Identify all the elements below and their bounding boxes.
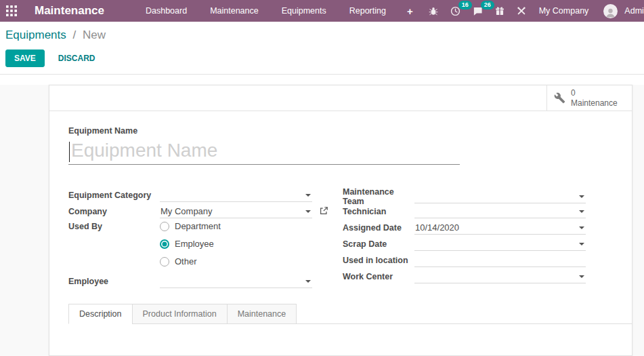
breadcrumb-separator: / — [73, 28, 77, 41]
radio-circle-icon[interactable] — [160, 257, 169, 266]
equipment-category-label: Equipment Category — [68, 191, 160, 200]
text-cursor — [69, 142, 70, 162]
chevron-down-icon[interactable] — [579, 226, 584, 229]
apps-menu-icon[interactable] — [6, 4, 17, 18]
chevron-down-icon[interactable] — [579, 195, 584, 198]
equipment-name-label: Equipment Name — [68, 126, 632, 136]
assigned-date-label: Assigned Date — [343, 223, 414, 233]
employee-field[interactable] — [160, 275, 312, 288]
discard-button[interactable]: DISCARD — [53, 50, 101, 66]
radio-circle-icon[interactable] — [160, 222, 169, 231]
nav-item-equipments[interactable]: Equipments — [270, 6, 338, 16]
chevron-down-icon[interactable] — [579, 210, 584, 213]
breadcrumb-parent[interactable]: Equipments — [5, 28, 66, 41]
chevron-down-icon[interactable] — [305, 194, 311, 197]
equipment-name-input[interactable] — [68, 138, 460, 165]
company-switcher[interactable]: My Company — [532, 6, 596, 16]
notebook-tabs: Description Product Information Maintena… — [68, 304, 632, 324]
messages-button[interactable]: 26 — [467, 6, 489, 16]
wrench-icon — [554, 92, 565, 104]
activities-button[interactable]: 16 — [444, 6, 467, 16]
breadcrumb-current: New — [83, 28, 106, 41]
nav-item-reporting[interactable]: Reporting — [338, 6, 398, 16]
field-grid: Equipment Category Company My Company — [68, 187, 632, 290]
tab-maintenance[interactable]: Maintenance — [227, 304, 297, 324]
radio-other[interactable]: Other — [160, 256, 312, 267]
user-menu[interactable]: Administrator — [618, 6, 644, 16]
field-row-company: Company My Company — [68, 203, 312, 220]
maintenance-team-field[interactable] — [414, 190, 586, 203]
maintenance-stat-button[interactable]: 0 Maintenance — [546, 85, 632, 111]
equipment-category-field[interactable] — [160, 189, 312, 202]
control-panel-buttons: SAVE DISCARD — [5, 50, 639, 67]
systray: 16 26 My Company — [423, 4, 644, 18]
scrap-date-label: Scrap Date — [343, 239, 414, 249]
app-brand[interactable]: Maintenance — [35, 4, 104, 18]
used-by-radio-group: Department Employee Other — [160, 220, 312, 267]
person-icon — [605, 7, 616, 18]
field-row-used-by: Used By Department Employee — [68, 220, 312, 267]
radio-department[interactable]: Department — [160, 220, 312, 232]
field-row-maintenance-team: Maintenance Team — [343, 187, 586, 203]
field-row-employee: Employee — [68, 273, 312, 290]
form-sheet: 0 Maintenance Equipment Name Equipment C… — [49, 85, 632, 356]
field-row-equipment-category: Equipment Category — [68, 187, 312, 203]
content-area: 0 Maintenance Equipment Name Equipment C… — [0, 85, 644, 356]
field-row-assigned-date: Assigned Date 10/14/2020 — [343, 220, 586, 236]
technician-label: Technician — [343, 207, 414, 216]
external-link-icon[interactable] — [319, 206, 328, 216]
scrap-date-field[interactable] — [414, 237, 586, 251]
company-label: Company — [68, 207, 160, 216]
assigned-date-field[interactable]: 10/14/2020 — [414, 221, 586, 235]
sheet-header: 0 Maintenance — [49, 85, 632, 111]
nav-menu: Dashboard Maintenance Equipments Reporti… — [134, 5, 423, 17]
chevron-down-icon[interactable] — [579, 243, 584, 245]
breadcrumb: Equipments / New — [5, 28, 639, 42]
work-center-field[interactable] — [414, 270, 586, 283]
user-avatar[interactable] — [603, 4, 618, 18]
save-button[interactable]: SAVE — [5, 50, 45, 67]
equipment-name-field — [68, 138, 460, 165]
chevron-down-icon[interactable] — [305, 210, 311, 213]
work-center-label: Work Center — [343, 272, 414, 281]
tab-description[interactable]: Description — [68, 304, 133, 324]
used-in-location-field[interactable] — [414, 254, 586, 267]
nav-item-maintenance[interactable]: Maintenance — [198, 6, 270, 16]
tools-icon[interactable] — [511, 6, 532, 16]
chevron-down-icon[interactable] — [579, 275, 584, 278]
maintenance-stat-label: Maintenance — [571, 98, 618, 108]
maintenance-team-label: Maintenance Team — [343, 187, 414, 206]
control-panel: Equipments / New SAVE DISCARD — [0, 22, 644, 75]
used-in-location-label: Used in location — [343, 256, 414, 265]
top-navbar: Maintenance Dashboard Maintenance Equipm… — [0, 0, 644, 22]
used-by-label: Used By — [68, 220, 160, 231]
nav-plus-button[interactable]: + — [398, 5, 423, 17]
nav-item-dashboard[interactable]: Dashboard — [134, 6, 198, 16]
field-row-used-in-location: Used in location — [343, 252, 586, 269]
company-field[interactable]: My Company — [160, 205, 312, 218]
maintenance-count: 0 — [571, 88, 618, 98]
tab-content — [49, 324, 632, 349]
debug-bug-icon[interactable] — [423, 6, 444, 16]
form-body: Equipment Name Equipment Category — [49, 111, 632, 290]
field-row-scrap-date: Scrap Date — [343, 236, 586, 252]
employee-label: Employee — [68, 277, 160, 286]
gift-icon[interactable] — [489, 6, 511, 16]
tab-product-information[interactable]: Product Information — [132, 304, 228, 324]
chevron-down-icon[interactable] — [305, 280, 311, 283]
radio-employee[interactable]: Employee — [160, 238, 312, 250]
field-row-work-center: Work Center — [343, 269, 586, 285]
radio-selected-icon[interactable] — [160, 239, 169, 249]
technician-field[interactable] — [414, 205, 586, 218]
